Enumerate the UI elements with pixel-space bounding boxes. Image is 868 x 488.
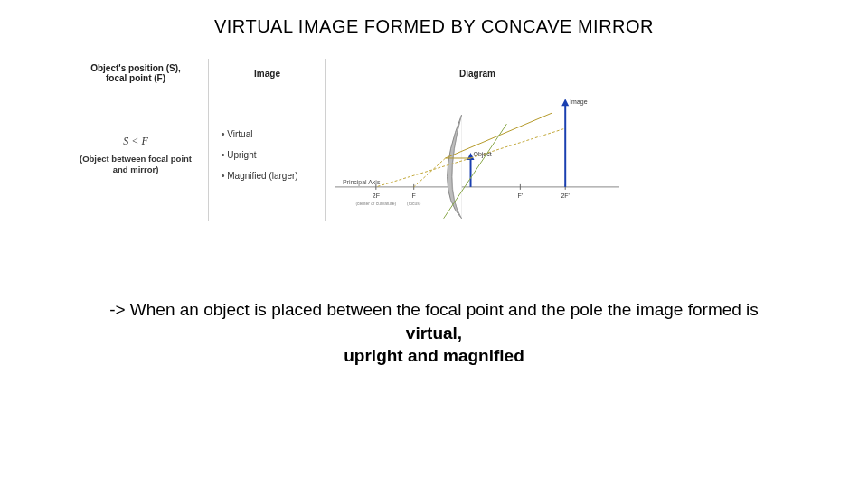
label-Fprime: F'	[518, 192, 524, 199]
condition-math: S < F	[123, 135, 147, 148]
svg-line-9	[414, 158, 446, 187]
condition-text: (Object between focal point and mirror)	[72, 154, 199, 174]
svg-line-11	[471, 128, 566, 158]
cell-condition: S < F (Object between focal point and mi…	[63, 88, 208, 221]
properties-table: Object's position (S), focal point (F) S…	[63, 59, 628, 221]
header-position-line1: Object's position (S),	[90, 63, 181, 73]
header-diagram: Diagram	[326, 59, 628, 88]
bullet-upright: Upright	[222, 150, 316, 160]
explanation-block: -> When an object is placed between the …	[0, 298, 868, 368]
label-F: F	[412, 192, 416, 199]
header-position: Object's position (S), focal point (F)	[63, 59, 208, 88]
bullet-virtual: Virtual	[222, 129, 316, 139]
column-diagram: Diagram Principal Axis 2F (center of cur…	[326, 59, 628, 221]
label-F-sub: (focus)	[407, 201, 421, 206]
column-position: Object's position (S), focal point (F) S…	[63, 59, 208, 221]
explanation-line2: virtual,	[0, 322, 868, 345]
label-2F: 2F	[373, 192, 380, 199]
header-position-line2: focal point (F)	[106, 73, 165, 83]
label-2Fprime: 2F'	[561, 192, 569, 199]
cell-bullets: Virtual Upright Magnified (larger)	[209, 88, 326, 221]
ray-diagram: Principal Axis 2F (center of curvature) …	[326, 88, 628, 221]
label-2F-sub: (center of curvature)	[355, 201, 396, 206]
bullet-magnified: Magnified (larger)	[222, 171, 316, 181]
page-title: VIRTUAL IMAGE FORMED BY CONCAVE MIRROR	[0, 16, 868, 37]
label-image: Image	[570, 99, 587, 106]
header-image: Image	[209, 59, 326, 88]
bullet-list: Virtual Upright Magnified (larger)	[218, 93, 316, 216]
explanation-line3: upright and magnified	[0, 344, 868, 368]
svg-marker-14	[561, 99, 569, 106]
label-principal-axis: Principal Axis	[343, 179, 381, 186]
explanation-line1: -> When an object is placed between the …	[0, 298, 868, 322]
cell-diagram: Principal Axis 2F (center of curvature) …	[326, 88, 628, 221]
column-image-props: Image Virtual Upright Magnified (larger)	[208, 59, 326, 221]
